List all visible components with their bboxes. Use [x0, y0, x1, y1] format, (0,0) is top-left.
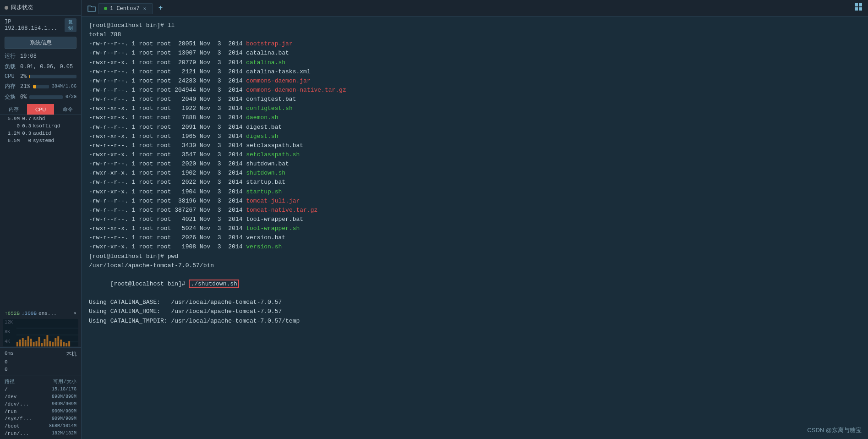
tab-add-button[interactable]: + — [155, 3, 166, 14]
terminal-line: -rw-r--r--. 1 root root 204944 Nov 3 201… — [89, 86, 861, 95]
disk-avail-7: 182M/182M — [40, 431, 76, 436]
terminal-line: -rw-r--r--. 1 root root 38196 Nov 3 2014… — [89, 197, 861, 206]
tab-label: 1 Centos7 — [110, 5, 140, 12]
tab-mem[interactable]: 内存 — [0, 104, 27, 115]
swap-value: 0% — [20, 94, 27, 100]
svg-rect-18 — [66, 343, 67, 346]
load-value: 0.01, 0.06, 0.05 — [20, 64, 73, 70]
terminal-line: -rw-r--r--. 1 root root 13007 Nov 3 2014… — [89, 49, 861, 58]
net-chart-area: 12K 8K 4K — [3, 319, 78, 346]
disk-avail-6: 868M/1014M — [40, 423, 76, 429]
terminal-line: -rwxr-xr-x. 1 root root 1922 Nov 3 2014 … — [89, 104, 861, 113]
disk-row-root: / 15.1G/17G — [0, 386, 81, 393]
svg-rect-5 — [30, 339, 32, 346]
svg-rect-2 — [22, 338, 24, 346]
terminal-tab-centos7[interactable]: 1 Centos7 ✕ — [98, 3, 153, 14]
process-list: 5.9M 0.7 sshd 0 0.3 ksoftirqd 1.2M 0.3 a… — [0, 115, 81, 308]
terminal-line: -rw-r--r--. 1 root root 2091 Nov 3 2014 … — [89, 123, 861, 132]
terminal-line: -rw-r--r--. 1 root root 387267 Nov 3 201… — [89, 206, 861, 215]
terminal-line: -rwxr-xr-x. 1 root root 1904 Nov 3 2014 … — [89, 187, 861, 197]
terminal-line: -rw-r--r--. 1 root root 2121 Nov 3 2014 … — [89, 67, 861, 77]
proc-cpu-2: 0.3 — [20, 123, 31, 129]
terminal-output[interactable]: [root@localhost bin]# ll total 788 -rw-r… — [82, 16, 868, 439]
tab-cmd[interactable]: 命令 — [54, 104, 81, 115]
net-expand-icon[interactable]: ▾ — [73, 310, 76, 316]
disk-row-run: /run 900M/909M — [0, 408, 81, 415]
disk-path-6: /boot — [5, 423, 40, 429]
mem-progress-fill — [33, 85, 36, 88]
mem-detail: 384M/1.8G — [52, 84, 76, 89]
svg-rect-6 — [33, 342, 35, 346]
disk-path-3: /dev/... — [5, 401, 40, 407]
tab-cpu[interactable]: CPU — [27, 104, 54, 115]
cpu-row: CPU 2% — [0, 72, 81, 81]
swap-label: 交换 — [5, 93, 17, 101]
run-time-value: 19:08 — [20, 53, 37, 60]
mem-value: 21% — [20, 83, 30, 90]
cpu-progress-fill — [29, 75, 30, 78]
cpu-progress-bar — [29, 75, 76, 78]
sidebar: 同步状态 IP 192.168.154.1... 复制 系统信息 运行 19:0… — [0, 0, 82, 439]
ping-val-1: 0 — [5, 359, 8, 365]
process-tab-row: 内存 CPU 命令 — [0, 104, 81, 115]
terminal-line: -rwxr-xr-x. 1 root root 5024 Nov 3 2014 … — [89, 224, 861, 233]
terminal-line: Using CATALINA_BASE: /usr/local/apache-t… — [89, 298, 861, 307]
grid-layout-button[interactable] — [852, 1, 864, 15]
terminal-line: -rwxr-xr-x. 1 root root 7888 Nov 3 2014 … — [89, 113, 861, 122]
run-time-row: 运行 19:08 — [0, 51, 81, 61]
svg-rect-24 — [859, 3, 862, 6]
disk-path-4: /run — [5, 409, 40, 414]
proc-mem-4: 6.5M — [4, 138, 20, 143]
terminal-line-highlight: [root@localhost bin]# ./shutdown.sh — [89, 270, 861, 298]
disk-path-2: /dev — [5, 394, 40, 400]
terminal-line: total 788 — [89, 30, 861, 39]
watermark: CSDN @东离与糖宝 — [807, 426, 862, 434]
ping-value: 0ms — [5, 351, 14, 357]
tab-active-dot — [104, 7, 107, 10]
highlight-command: ./shutdown.sh — [189, 280, 239, 288]
disk-avail-4: 900M/909M — [40, 409, 76, 414]
disk-row-dev2: /dev/... 909M/909M — [0, 401, 81, 408]
terminal-line: -rw-r--r--. 1 root root 28051 Nov 3 2014… — [89, 39, 861, 49]
proc-mem-1: 5.9M — [4, 116, 20, 121]
svg-rect-3 — [25, 340, 27, 346]
terminal-line: -rwxr-xr-x. 1 root root 20779 Nov 3 2014… — [89, 58, 861, 67]
ping-section: 0ms 本机 0 0 — [0, 347, 81, 375]
ping-row-3: 0 — [0, 366, 81, 373]
copy-button[interactable]: 复制 — [65, 18, 76, 32]
proc-cpu-4: 0 — [20, 138, 31, 143]
proc-name-3: auditd — [31, 131, 77, 136]
svg-rect-13 — [52, 342, 54, 346]
net-up: ↑652B — [5, 311, 20, 316]
disk-row-dev: /dev 898M/898M — [0, 393, 81, 401]
svg-rect-23 — [855, 3, 858, 6]
svg-rect-10 — [44, 339, 45, 346]
disk-section: 路径 可用/大小 / 15.1G/17G /dev 898M/898M /dev… — [0, 375, 81, 439]
mem-label: 内存 — [5, 82, 17, 90]
disk-header-path: 路径 — [5, 378, 15, 385]
ping-host: 本机 — [66, 351, 76, 357]
svg-rect-25 — [855, 7, 858, 11]
svg-rect-11 — [46, 335, 48, 346]
cpu-value: 2% — [20, 73, 27, 80]
process-row: 1.2M 0.3 auditd — [0, 130, 81, 137]
disk-header-avail: 可用/大小 — [53, 378, 76, 385]
tab-close-button[interactable]: ✕ — [142, 5, 147, 11]
swap-progress-bar — [29, 95, 63, 99]
folder-icon-button[interactable] — [85, 2, 98, 15]
svg-rect-15 — [57, 336, 59, 346]
proc-name-4: systemd — [31, 138, 77, 143]
disk-avail-5: 909M/909M — [40, 416, 76, 422]
terminal-line: -rwxr-xr-x. 1 root root 3547 Nov 3 2014 … — [89, 150, 861, 159]
terminal-line: -rw-r--r--. 1 root root 2022 Nov 3 2014 … — [89, 178, 861, 187]
sysinfo-button[interactable]: 系统信息 — [5, 37, 76, 49]
terminal-line: /usr/local/apache-tomcat-7.0.57/bin — [89, 261, 861, 270]
svg-rect-9 — [41, 343, 43, 346]
terminal-line: -rwxr-xr-x. 1 root root 1902 Nov 3 2014 … — [89, 169, 861, 178]
process-row: 5.9M 0.7 sshd — [0, 115, 81, 122]
ip-row: IP 192.168.154.1... 复制 — [0, 16, 81, 35]
disk-avail-1: 15.1G/17G — [40, 387, 76, 392]
sync-dot — [5, 6, 8, 10]
terminal-line: -rw-r--r--. 1 root root 2020 Nov 3 2014 … — [89, 159, 861, 169]
svg-rect-1 — [19, 340, 21, 346]
